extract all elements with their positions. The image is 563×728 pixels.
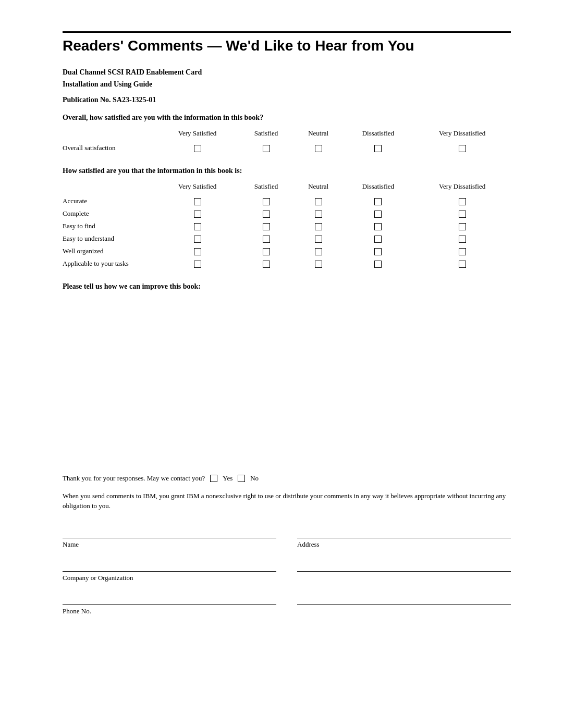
table-row: Accurate <box>63 195 511 207</box>
company-label: Company or Organization <box>63 574 276 582</box>
checkbox-icon[interactable] <box>459 211 466 218</box>
page: Readers' Comments — We'd Like to Hear fr… <box>0 0 563 728</box>
checkbox-icon[interactable] <box>459 248 466 255</box>
contact-yes-checkbox[interactable] <box>210 475 217 482</box>
phone-label: Phone No. <box>63 607 276 615</box>
checkbox-icon[interactable] <box>459 261 466 268</box>
phone-input-line[interactable] <box>63 593 276 605</box>
col-very-dissatisfied-1: Very Dissatisfied <box>413 129 511 142</box>
checkbox-icon[interactable] <box>315 223 322 230</box>
checkbox-icon[interactable] <box>459 145 466 152</box>
checkbox-icon[interactable] <box>194 145 201 152</box>
col-satisfied-1: Satisfied <box>238 129 293 142</box>
row-label-complete: Complete <box>63 207 156 220</box>
form-row-2: Company or Organization <box>63 559 511 582</box>
table-row: Easy to find <box>63 220 511 232</box>
row-label-easy-understand: Easy to understand <box>63 232 156 245</box>
col-empty-1 <box>63 129 156 142</box>
address-label: Address <box>297 540 511 549</box>
subtitle-line2: Installation and Using Guide <box>63 79 511 90</box>
improve-textarea[interactable] <box>63 295 511 462</box>
checkbox-icon[interactable] <box>459 236 466 243</box>
col-dissatisfied-1: Dissatisfied <box>343 129 413 142</box>
checkbox-icon[interactable] <box>194 223 201 230</box>
improve-section: Please tell us how we can improve this b… <box>63 282 511 464</box>
checkbox-icon[interactable] <box>315 248 322 255</box>
address-field: Address <box>297 526 511 549</box>
contact-no-label: No <box>250 474 259 483</box>
company-field: Company or Organization <box>63 559 276 582</box>
checkbox-icon[interactable] <box>374 248 382 255</box>
section1-table: Very Satisfied Satisfied Neutral Dissati… <box>63 129 511 154</box>
checkbox-overall-very-satisfied[interactable] <box>156 142 238 154</box>
col-empty-2 <box>63 182 156 195</box>
checkbox-icon[interactable] <box>263 223 270 230</box>
checkbox-icon[interactable] <box>315 211 322 218</box>
row-label-accurate: Accurate <box>63 195 156 207</box>
phone-field: Phone No. <box>63 593 276 615</box>
address-input-line[interactable] <box>297 526 511 538</box>
address3-input-line[interactable] <box>297 593 511 605</box>
checkbox-icon[interactable] <box>194 248 201 255</box>
checkbox-overall-very-dissatisfied[interactable] <box>413 142 511 154</box>
row-label-overall: Overall satisfaction <box>63 142 156 154</box>
checkbox-icon[interactable] <box>459 223 466 230</box>
checkbox-icon[interactable] <box>263 211 270 218</box>
checkbox-icon[interactable] <box>374 145 382 152</box>
form-row-3: Phone No. <box>63 593 511 615</box>
row-label-applicable: Applicable to your tasks <box>63 257 156 270</box>
improve-heading: Please tell us how we can improve this b… <box>63 282 511 291</box>
row-label-well-organized: Well organized <box>63 245 156 257</box>
table-row: Overall satisfaction <box>63 142 511 154</box>
checkbox-icon[interactable] <box>194 236 201 243</box>
section2-heading: How satisfied are you that the informati… <box>63 167 511 175</box>
section2-table: Very Satisfied Satisfied Neutral Dissati… <box>63 182 511 270</box>
col-dissatisfied-2: Dissatisfied <box>343 182 413 195</box>
checkbox-icon[interactable] <box>374 198 382 205</box>
checkbox-icon[interactable] <box>315 261 322 268</box>
contact-no-checkbox[interactable] <box>238 475 245 482</box>
checkbox-icon[interactable] <box>263 248 270 255</box>
address2-field <box>297 559 511 582</box>
address2-input-line[interactable] <box>297 559 511 572</box>
name-label: Name <box>63 540 276 549</box>
col-very-satisfied-2: Very Satisfied <box>156 182 238 195</box>
checkbox-icon[interactable] <box>374 236 382 243</box>
checkbox-icon[interactable] <box>194 261 201 268</box>
form-fields: Name Address Company or Organization Pho… <box>63 526 511 615</box>
checkbox-icon[interactable] <box>263 261 270 268</box>
table-row: Complete <box>63 207 511 220</box>
name-field: Name <box>63 526 276 549</box>
top-border <box>63 31 511 33</box>
publication-no: Publication No. SA23-1325-01 <box>63 96 511 104</box>
checkbox-icon[interactable] <box>374 223 382 230</box>
checkbox-overall-dissatisfied[interactable] <box>343 142 413 154</box>
checkbox-icon[interactable] <box>315 198 322 205</box>
checkbox-icon[interactable] <box>263 145 270 152</box>
address3-field <box>297 593 511 615</box>
checkbox-overall-neutral[interactable] <box>294 142 343 154</box>
col-neutral-2: Neutral <box>294 182 343 195</box>
contact-yes-label: Yes <box>223 474 232 483</box>
contact-text: Thank you for your responses. May we con… <box>63 474 205 483</box>
row-label-easy-find: Easy to find <box>63 220 156 232</box>
col-neutral-1: Neutral <box>294 129 343 142</box>
checkbox-icon[interactable] <box>459 198 466 205</box>
col-very-dissatisfied-2: Very Dissatisfied <box>413 182 511 195</box>
checkbox-icon[interactable] <box>263 236 270 243</box>
col-satisfied-2: Satisfied <box>238 182 293 195</box>
checkbox-overall-satisfied[interactable] <box>238 142 293 154</box>
name-input-line[interactable] <box>63 526 276 538</box>
checkbox-icon[interactable] <box>315 145 322 152</box>
checkbox-icon[interactable] <box>194 198 201 205</box>
checkbox-icon[interactable] <box>374 211 382 218</box>
checkbox-icon[interactable] <box>374 261 382 268</box>
table-row: Well organized <box>63 245 511 257</box>
form-row-1: Name Address <box>63 526 511 549</box>
checkbox-icon[interactable] <box>315 236 322 243</box>
contact-section: Thank you for your responses. May we con… <box>63 474 511 483</box>
company-input-line[interactable] <box>63 559 276 572</box>
checkbox-icon[interactable] <box>194 211 201 218</box>
checkbox-icon[interactable] <box>263 198 270 205</box>
col-very-satisfied-1: Very Satisfied <box>156 129 238 142</box>
